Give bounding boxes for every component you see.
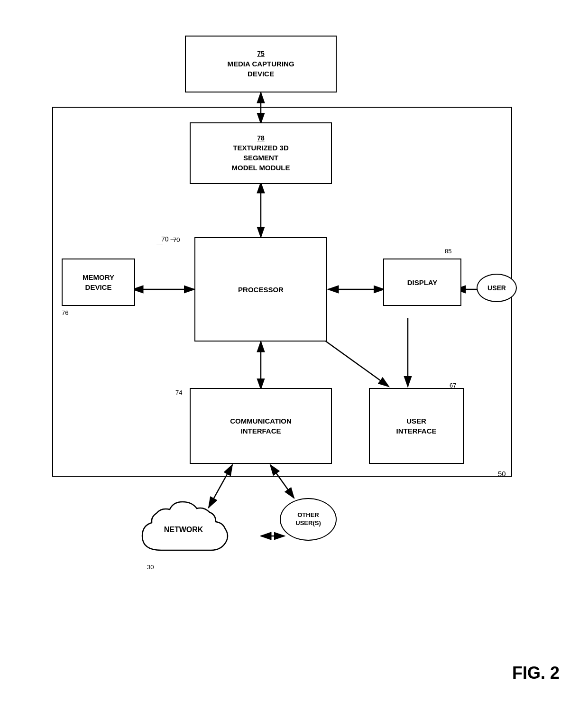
memory-device-label: MEMORYDEVICE [83,272,114,292]
memory-device-box: MEMORYDEVICE [62,259,135,306]
display-ref: 85 [445,248,451,255]
texturized-3d-box: 78 TEXTURIZED 3DSEGMENTMODEL MODULE [190,122,332,184]
memory-device-ref: 76 [62,309,68,316]
network-ref: 30 [147,563,154,571]
media-capturing-label: MEDIA CAPTURINGDEVICE [227,59,294,79]
svg-text:NETWORK: NETWORK [164,526,203,534]
communication-interface-label: COMMUNICATIONINTERFACE [230,416,292,436]
user-interface-box: USERINTERFACE [369,388,464,464]
network-cloud: NETWORK 30 [133,489,242,564]
user-oval: USER [477,274,517,302]
outer-system-ref: 50 [498,470,506,478]
figure-label: FIG. 2 [512,663,560,683]
texturized-3d-label: TEXTURIZED 3DSEGMENTMODEL MODULE [231,143,290,173]
communication-interface-box: COMMUNICATIONINTERFACE [190,388,332,464]
processor-label: PROCESSOR [238,285,284,295]
other-users-oval: OTHERUSER(S) [280,498,337,541]
user-interface-label: USERINTERFACE [396,416,436,436]
other-users-label: OTHERUSER(S) [295,511,321,527]
media-capturing-box: 75 MEDIA CAPTURINGDEVICE [185,36,337,92]
communication-interface-ref: 74 [175,389,182,396]
texturized-3d-ref: 78 [257,134,265,143]
display-box: DISPLAY [383,259,461,306]
display-label: DISPLAY [407,277,438,287]
processor-ref-label: 70 — [161,235,177,243]
user-label: USER [487,284,506,292]
processor-box: PROCESSOR [194,237,327,342]
media-capturing-ref: 75 [257,49,265,59]
user-interface-ref: 67 [450,382,456,389]
